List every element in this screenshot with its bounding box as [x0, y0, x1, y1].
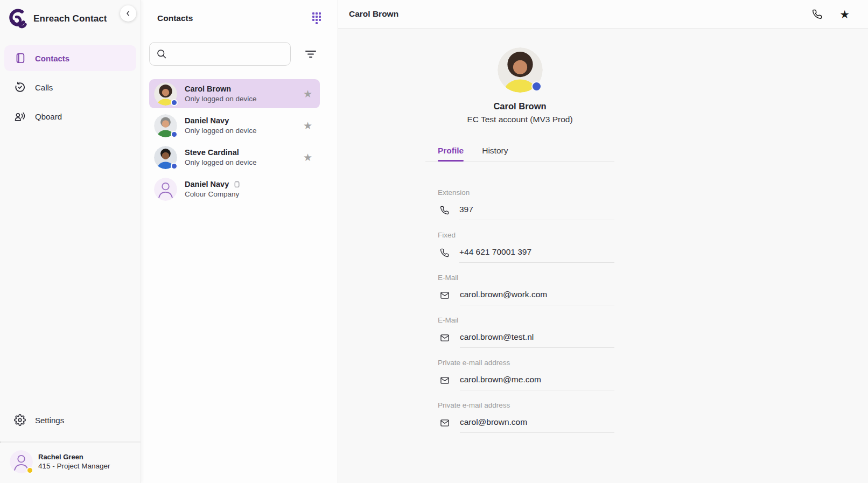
search-box — [149, 42, 291, 66]
contact-status: Only logged on device — [185, 158, 296, 167]
current-user[interactable]: Rachel Green 415 - Project Manager — [0, 443, 141, 483]
sidebar-item-label: Contacts — [35, 54, 69, 63]
sidebar-item-label: Settings — [35, 416, 64, 425]
app-title: Enreach Contact — [33, 13, 107, 24]
favorite-star-icon[interactable]: ★ — [303, 89, 312, 99]
search-input[interactable] — [172, 50, 284, 59]
contacts-panel-title: Contacts — [157, 13, 193, 23]
contact-name: Daniel Navy — [185, 116, 296, 126]
people-queue-icon — [14, 110, 26, 122]
contact-card-icon — [233, 180, 240, 188]
mail-icon — [440, 333, 450, 342]
sidebar-item-settings[interactable]: Settings — [4, 407, 136, 433]
contact-avatar — [154, 114, 177, 137]
contact-book-icon — [14, 52, 26, 64]
contact-row-daniel-navy[interactable]: Daniel Navy Only logged on device ★ — [149, 111, 320, 140]
call-button[interactable] — [811, 8, 823, 20]
field-extension: Extension 397 — [425, 188, 614, 220]
user-avatar — [10, 450, 33, 473]
mail-icon — [440, 376, 450, 385]
contact-name: Steve Cardinal — [185, 148, 296, 158]
favorite-star-icon[interactable]: ★ — [303, 121, 312, 131]
status-dot-blue — [531, 81, 542, 92]
field-label: Fixed — [425, 231, 614, 239]
sidebar-footer-nav: Settings — [0, 407, 141, 436]
sidebar-item-qboard[interactable]: Qboard — [4, 103, 136, 129]
detail-header: Carol Brown ★ — [338, 0, 868, 29]
field-value[interactable]: carol.brown@work.com — [460, 290, 614, 305]
dialpad-icon — [311, 11, 323, 25]
contact-name: Daniel Navy — [185, 179, 229, 190]
field-value[interactable]: 397 — [459, 205, 614, 220]
sidebar-item-contacts[interactable]: Contacts — [4, 45, 136, 71]
contact-row-daniel-navy-company[interactable]: Daniel Navy Colour Company — [149, 174, 320, 204]
filter-icon — [304, 48, 317, 59]
contact-name: Carol Brown — [185, 84, 296, 94]
gear-icon — [14, 414, 26, 426]
favorite-star-icon[interactable]: ★ — [838, 8, 851, 21]
contact-avatar — [154, 178, 177, 201]
field-label: Extension — [425, 188, 614, 197]
field-label: E-Mail — [425, 274, 614, 282]
field-value[interactable]: carol.brown@test.nl — [460, 332, 614, 348]
contact-detail-panel: Carol Brown ★ — [338, 0, 868, 483]
favorite-star-icon[interactable]: ★ — [303, 152, 312, 163]
profile-name: Carol Brown — [425, 101, 614, 111]
status-dot-blue — [171, 99, 178, 106]
profile-column: Carol Brown EC Test account (MV3 Prod) P… — [425, 29, 614, 433]
phone-icon — [812, 9, 822, 19]
enreach-logo-icon — [6, 8, 29, 30]
app-header: Enreach Contact — [0, 0, 141, 36]
mail-icon — [440, 418, 450, 428]
contact-avatar — [154, 146, 177, 169]
field-fixed: Fixed +44 621 70001 397 — [425, 231, 614, 263]
phone-icon — [440, 248, 449, 257]
contact-status: Only logged on device — [185, 94, 296, 104]
sidebar-item-label: Qboard — [35, 112, 62, 121]
detail-title: Carol Brown — [349, 9, 398, 19]
sidebar-item-calls[interactable]: Calls — [4, 74, 136, 100]
chevron-left-icon — [124, 10, 132, 17]
field-email-work: E-Mail carol.brown@work.com — [425, 274, 614, 305]
field-value[interactable]: carol.brown@me.com — [460, 375, 614, 390]
user-detail: 415 - Project Manager — [38, 461, 110, 471]
field-label: Private e-mail address — [425, 359, 614, 367]
contact-row-steve-cardinal[interactable]: Steve Cardinal Only logged on device ★ — [149, 143, 320, 172]
field-email-test: E-Mail carol.brown@test.nl — [425, 316, 614, 348]
sidebar-spacer — [0, 132, 141, 397]
status-dot-blue — [171, 131, 178, 138]
field-label: E-Mail — [425, 316, 614, 324]
field-value[interactable]: +44 621 70001 397 — [459, 247, 614, 263]
contacts-panel: Contacts — [141, 0, 338, 483]
contact-status: Only logged on device — [185, 126, 296, 136]
status-dot-blue — [171, 163, 178, 170]
user-name: Rachel Green — [38, 452, 110, 461]
search-icon — [156, 48, 167, 59]
dialpad-button[interactable] — [310, 10, 324, 26]
status-dot-yellow — [26, 467, 33, 474]
phone-icon — [440, 206, 449, 215]
field-private-email-brown: Private e-mail address carol@brown.com — [425, 401, 614, 433]
sidebar: Enreach Contact Contacts Calls Qboard — [0, 0, 141, 483]
filter-button[interactable] — [303, 47, 318, 60]
profile-avatar — [498, 47, 543, 93]
profile-fields: Extension 397 Fixed +44 621 7000 — [425, 188, 614, 433]
call-history-icon — [14, 81, 26, 93]
profile-subtitle: EC Test account (MV3 Prod) — [425, 115, 614, 124]
contact-row-carol-brown[interactable]: Carol Brown Only logged on device ★ — [149, 79, 320, 108]
field-value[interactable]: carol@brown.com — [460, 417, 614, 433]
profile-tabs: Profile History — [425, 146, 614, 162]
field-label: Private e-mail address — [425, 401, 614, 409]
field-private-email-me: Private e-mail address carol.brown@me.co… — [425, 359, 614, 390]
sidebar-collapse-button[interactable] — [120, 5, 136, 22]
contact-avatar — [154, 82, 177, 106]
contact-status: Colour Company — [185, 190, 312, 199]
contact-list: Carol Brown Only logged on device ★ — [141, 79, 338, 206]
mail-icon — [440, 291, 450, 300]
tab-history[interactable]: History — [482, 146, 508, 161]
sidebar-nav: Contacts Calls Qboard — [0, 45, 141, 132]
tab-profile[interactable]: Profile — [438, 146, 464, 161]
sidebar-item-label: Calls — [35, 83, 53, 92]
